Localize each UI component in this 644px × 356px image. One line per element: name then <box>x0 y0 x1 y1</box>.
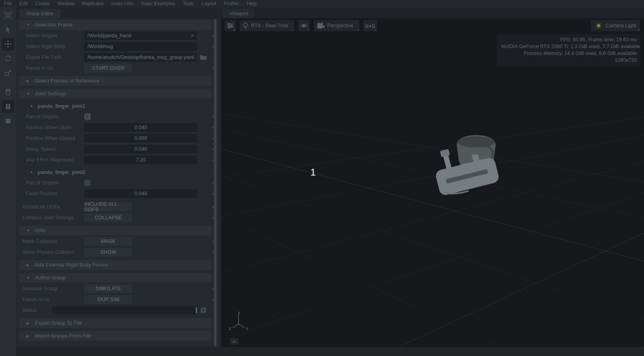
axis-gizmo: Z X Y <box>225 312 253 336</box>
viewport-toolbar: RTX - Real-Time Perspective ((●)) <box>225 20 381 31</box>
panel-scrollbar[interactable] <box>214 19 217 346</box>
section-import-grasps[interactable]: Import Grasps From File <box>19 331 212 341</box>
menu-edit[interactable]: Edit <box>19 1 28 6</box>
stats-process-memory: Process Memory: 14.4 GiB used, 6.6 GiB a… <box>501 50 637 57</box>
copy-icon[interactable] <box>200 307 207 314</box>
left-tool-column <box>0 7 16 356</box>
folder-icon[interactable] <box>200 54 207 61</box>
section-selection-frame[interactable]: Selection Frame <box>19 20 212 30</box>
scale-icon[interactable] <box>2 67 14 79</box>
select-rigid-body-label: Select Rigid Body <box>19 44 84 49</box>
menu-profiler[interactable]: Profiler <box>224 1 239 6</box>
chevron-down-icon <box>190 34 194 38</box>
include-all-dofs-button[interactable]: INCLUDE ALL DOFS <box>84 202 132 211</box>
menu-bar: File Edit Create Window Replicator Isaac… <box>0 0 644 7</box>
row-mask-collisions: Mask Collisions MASK <box>19 237 212 246</box>
part-of-gripper-checkbox[interactable]: ✓ <box>84 113 91 120</box>
select-rigid-body-input[interactable]: /World/mug <box>84 42 197 51</box>
menu-replicator[interactable]: Replicator <box>82 1 104 6</box>
camera-label: Perspective <box>327 23 353 28</box>
chevron-right-icon <box>26 79 30 83</box>
pause-icon[interactable] <box>2 100 14 113</box>
position-when-closed-value: 0.000 <box>134 136 147 141</box>
export-file-path-label: Export File Path <box>19 55 84 60</box>
export-file-path-input[interactable]: /home/arudich/Desktop/franka_mug_grasp.y… <box>84 53 197 62</box>
axis-x-label: X <box>229 326 232 331</box>
fixed-position-input[interactable]: 0.040 <box>84 189 197 198</box>
row-collapse-joint-settings: Collapse Joint Settings COLLAPSE <box>19 213 212 222</box>
subsection-panda-finger-joint1[interactable]: panda_finger_joint1 <box>19 102 212 111</box>
grasp-speed-value: 0.040 <box>134 146 147 152</box>
export-as-is-label: Export As Is <box>19 297 84 302</box>
chevron-down-icon <box>26 276 30 280</box>
part-of-gripper-checkbox[interactable] <box>84 180 91 186</box>
camera-light-button[interactable]: Camera Light <box>591 20 640 31</box>
max-effort-input[interactable]: 7.20 <box>84 156 197 164</box>
section-add-forces[interactable]: Add External Rigid Body Forces <box>19 260 212 270</box>
tab-viewport[interactable]: Viewport <box>223 9 254 18</box>
stats-resolution: 1280x720 <box>501 57 637 64</box>
select-gripper-value: /World/panda_hand <box>87 33 131 38</box>
menu-create[interactable]: Create <box>35 1 50 6</box>
row-select-rigid-body: Select Rigid Body /World/mug <box>19 42 212 51</box>
camera-icon <box>316 22 324 29</box>
tab-grasp-editor[interactable]: Grasp Editor <box>19 9 61 18</box>
section-select-frames[interactable]: Select Frames of Reference <box>19 76 212 86</box>
ready-to-go-label: Ready to Go <box>19 65 84 71</box>
position-when-closed-input[interactable]: 0.000 <box>84 134 197 143</box>
row-simulate-grasp: Simulate Grasp SIMULATE <box>19 284 212 293</box>
isaac-sim-window: File Edit Create Window Replicator Isaac… <box>0 0 644 356</box>
section-export-grasp[interactable]: Export Grasp To File <box>19 318 212 328</box>
section-title: Author Grasp <box>35 275 66 281</box>
grasp-speed-input[interactable]: 0.040 <box>84 145 197 154</box>
visibility-button[interactable] <box>298 20 310 31</box>
status-field[interactable] <box>52 306 198 314</box>
stop-icon[interactable] <box>2 115 14 127</box>
simulate-button[interactable]: SIMULATE <box>84 284 132 293</box>
section-title: Add External Rigid Body Forces <box>35 262 108 268</box>
pointer-icon[interactable] <box>2 23 14 36</box>
snap-magnet-icon[interactable] <box>2 86 14 99</box>
select-gripper-dropdown[interactable]: /World/panda_hand <box>84 31 197 40</box>
menu-isaac-examples[interactable]: Isaac Examples <box>141 1 175 6</box>
row-grasp-speed: Grasp Speed 0.040 <box>19 144 212 154</box>
sun-icon <box>595 22 602 29</box>
grasp-speed-label: Grasp Speed <box>19 146 84 152</box>
menu-file[interactable]: File <box>4 1 12 6</box>
viewport-settings-button[interactable] <box>225 20 236 31</box>
camera-button[interactable]: Perspective <box>314 20 359 31</box>
section-utils[interactable]: Utils <box>19 226 212 235</box>
viewport-3d[interactable]: RTX - Real-Time Perspective ((●)) <box>221 18 644 347</box>
skip-sim-button[interactable]: SKIP SIM <box>84 295 132 304</box>
capture-button[interactable]: ((●)) <box>363 20 377 31</box>
menu-layout[interactable]: Layout <box>202 1 216 6</box>
mask-button[interactable]: MASK <box>84 237 132 246</box>
show-button[interactable]: SHOW <box>84 248 132 257</box>
row-part-of-gripper-2: Part of Gripper: <box>19 178 212 188</box>
start-over-button[interactable]: START OVER <box>84 64 132 73</box>
rotate-icon[interactable] <box>2 52 14 65</box>
mask-collisions-label: Mask Collisions <box>19 239 84 244</box>
units-button[interactable]: m <box>230 338 239 345</box>
chevron-right-icon <box>26 334 30 338</box>
menu-isaac-utils[interactable]: Isaac Utils <box>111 1 134 6</box>
row-ready-to-go: Ready to Go START OVER <box>19 63 212 73</box>
joint1-title: panda_finger_joint1 <box>38 103 85 109</box>
section-title: Select Frames of Reference <box>35 78 99 84</box>
select-prim-icon[interactable] <box>2 9 14 22</box>
part-of-gripper-label: Part of Gripper: <box>19 114 84 119</box>
move-icon[interactable] <box>2 38 14 51</box>
section-joint-settings[interactable]: Joint Settings <box>19 89 212 99</box>
render-mode-button[interactable]: RTX - Real-Time <box>240 20 294 31</box>
simulate-grasp-label: Simulate Grasp <box>19 286 84 291</box>
menu-tools[interactable]: Tools <box>183 1 194 6</box>
collapse-button[interactable]: COLLAPSE <box>84 213 132 222</box>
subsection-panda-finger-joint2[interactable]: panda_finger_joint2 <box>19 168 212 177</box>
position-when-open-input[interactable]: 0.040 <box>84 123 197 132</box>
collapse-joint-settings-label: Collapse Joint Settings <box>19 215 84 220</box>
section-title: Utils <box>35 228 45 233</box>
menu-help[interactable]: Help <box>247 1 257 6</box>
section-author-grasp[interactable]: Author Grasp <box>19 273 212 283</box>
menu-window[interactable]: Window <box>57 1 75 6</box>
axis-y-label: Y <box>245 326 249 331</box>
